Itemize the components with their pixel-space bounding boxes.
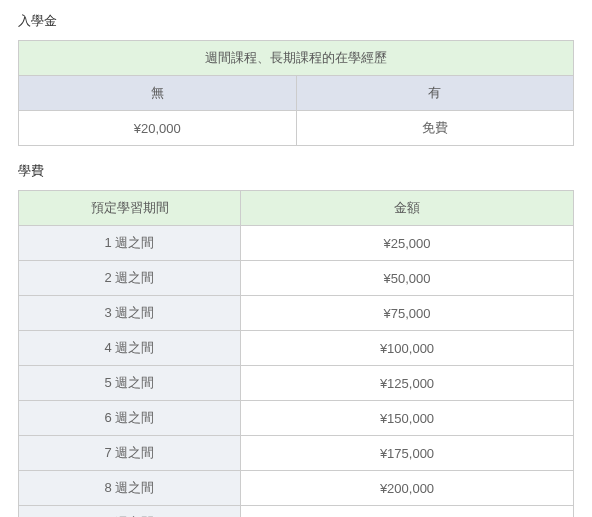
tuition-header-amount: 金額 xyxy=(241,191,574,226)
table-row: 6 週之間¥150,000 xyxy=(19,401,574,436)
table-row: ¥20,000 免費 xyxy=(19,111,574,146)
table-row: 3 週之間¥75,000 xyxy=(19,296,574,331)
tuition-amount-cell: ¥125,000 xyxy=(241,366,574,401)
tuition-period-cell: 3 週之間 xyxy=(19,296,241,331)
tuition-amount-cell: ¥225,000 xyxy=(241,506,574,518)
table-row: 4 週之間¥100,000 xyxy=(19,331,574,366)
tuition-period-cell: 5 週之間 xyxy=(19,366,241,401)
table-row: 5 週之間¥125,000 xyxy=(19,366,574,401)
tuition-header-period: 預定學習期間 xyxy=(19,191,241,226)
tuition-table: 預定學習期間 金額 1 週之間¥25,0002 週之間¥50,0003 週之間¥… xyxy=(18,190,574,517)
tuition-amount-cell: ¥25,000 xyxy=(241,226,574,261)
tuition-section-title: 學費 xyxy=(18,162,574,180)
tuition-period-cell: 1 週之間 xyxy=(19,226,241,261)
table-row: 7 週之間¥175,000 xyxy=(19,436,574,471)
table-row: 9 週之間¥225,000 xyxy=(19,506,574,518)
table-row: 1 週之間¥25,000 xyxy=(19,226,574,261)
table-row: 8 週之間¥200,000 xyxy=(19,471,574,506)
admission-value-none: ¥20,000 xyxy=(19,111,297,146)
tuition-amount-cell: ¥50,000 xyxy=(241,261,574,296)
tuition-period-cell: 7 週之間 xyxy=(19,436,241,471)
admission-value-has: 免費 xyxy=(296,111,574,146)
tuition-amount-cell: ¥150,000 xyxy=(241,401,574,436)
admission-section-title: 入學金 xyxy=(18,12,574,30)
tuition-period-cell: 9 週之間 xyxy=(19,506,241,518)
tuition-period-cell: 4 週之間 xyxy=(19,331,241,366)
admission-table: 週間課程、長期課程的在學經歷 無 有 ¥20,000 免費 xyxy=(18,40,574,146)
tuition-amount-cell: ¥75,000 xyxy=(241,296,574,331)
admission-span-header: 週間課程、長期課程的在學經歷 xyxy=(19,41,574,76)
admission-sub-header-none: 無 xyxy=(19,76,297,111)
tuition-amount-cell: ¥175,000 xyxy=(241,436,574,471)
admission-sub-header-has: 有 xyxy=(296,76,574,111)
tuition-amount-cell: ¥100,000 xyxy=(241,331,574,366)
table-row: 2 週之間¥50,000 xyxy=(19,261,574,296)
tuition-period-cell: 8 週之間 xyxy=(19,471,241,506)
tuition-amount-cell: ¥200,000 xyxy=(241,471,574,506)
tuition-period-cell: 2 週之間 xyxy=(19,261,241,296)
tuition-period-cell: 6 週之間 xyxy=(19,401,241,436)
